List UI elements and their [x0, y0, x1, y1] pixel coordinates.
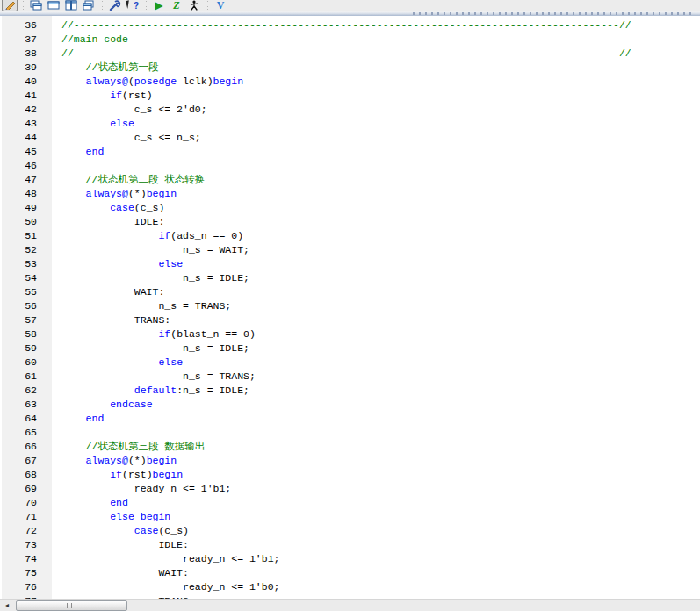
code-text[interactable]: if(rst)begin — [54, 468, 700, 482]
line-number[interactable]: 37 — [2, 32, 54, 47]
code-text[interactable]: n_s = TRANS; — [54, 370, 700, 384]
line-number[interactable]: 39 — [2, 61, 54, 75]
code-text[interactable]: c_s <= 2'd0; — [54, 103, 700, 117]
code-line[interactable]: 55 WAIT: — [0, 285, 700, 299]
arrange-windows-button[interactable] — [81, 0, 97, 11]
code-line[interactable]: 74 ready_n <= 1'b1; — [0, 552, 700, 566]
line-number[interactable]: 51 — [2, 229, 54, 243]
code-text[interactable]: if(ads_n == 0) — [54, 229, 700, 243]
verilog-tool-button[interactable]: V — [213, 0, 228, 11]
code-line[interactable]: 72 case(c_s) — [0, 524, 700, 538]
line-number[interactable]: 49 — [2, 201, 54, 215]
edit-tool-button[interactable] — [2, 0, 18, 11]
line-number[interactable]: 44 — [2, 131, 54, 145]
code-text[interactable]: always@(posedge lclk)begin — [54, 75, 700, 89]
code-line[interactable]: 48 always@(*)begin — [0, 187, 700, 201]
code-line[interactable]: 61 n_s = TRANS; — [0, 370, 700, 384]
line-number[interactable]: 60 — [2, 356, 54, 370]
code-line[interactable]: 54 n_s = IDLE; — [0, 271, 700, 285]
code-editor[interactable]: 36//------------------------------------… — [0, 16, 700, 599]
code-text[interactable]: endcase — [54, 398, 700, 412]
simulate-button[interactable]: Z — [169, 0, 184, 11]
code-line[interactable]: 69 ready_n <= 1'b1; — [0, 482, 700, 496]
code-text[interactable] — [54, 159, 700, 173]
tools-button[interactable] — [107, 0, 123, 11]
line-number[interactable]: 42 — [2, 103, 54, 117]
code-line[interactable]: 73 IDLE: — [0, 538, 700, 552]
code-line[interactable]: 70 end — [0, 496, 700, 510]
code-line[interactable]: 76 ready_n <= 1'b0; — [0, 580, 700, 594]
code-line[interactable]: 46 — [0, 159, 700, 173]
code-line[interactable]: 36//------------------------------------… — [0, 18, 700, 32]
code-text[interactable]: if(blast_n == 0) — [54, 327, 700, 341]
line-number[interactable]: 57 — [2, 313, 54, 327]
code-text[interactable]: else — [54, 257, 700, 271]
code-text[interactable]: case(c_s) — [54, 524, 700, 538]
line-number[interactable]: 74 — [2, 552, 54, 566]
code-text[interactable]: //--------------------------------------… — [54, 18, 700, 32]
line-number[interactable]: 48 — [2, 187, 54, 201]
code-line[interactable]: 38//------------------------------------… — [0, 47, 700, 61]
line-number[interactable]: 56 — [2, 299, 54, 313]
scrollbar-thumb[interactable] — [16, 600, 127, 611]
line-number[interactable]: 52 — [2, 243, 54, 257]
stop-button[interactable] — [186, 0, 202, 11]
line-number[interactable]: 47 — [2, 173, 54, 187]
code-line[interactable]: 60 else — [0, 356, 700, 370]
code-text[interactable]: end — [54, 496, 700, 510]
code-text[interactable]: IDLE: — [54, 538, 700, 552]
line-number[interactable]: 68 — [2, 468, 54, 482]
code-line[interactable]: 71 else begin — [0, 510, 700, 524]
context-help-button[interactable]: ? — [125, 0, 141, 11]
line-number[interactable]: 43 — [2, 117, 54, 131]
code-text[interactable]: ready_n <= 1'b1; — [54, 552, 700, 566]
tile-vertical-button[interactable] — [63, 0, 79, 11]
code-text[interactable]: n_s = IDLE; — [54, 341, 700, 356]
line-number[interactable]: 50 — [2, 215, 54, 229]
code-line[interactable]: 75 WAIT: — [0, 566, 700, 580]
code-line[interactable]: 64 end — [0, 412, 700, 426]
code-line[interactable]: 40 always@(posedge lclk)begin — [0, 75, 700, 89]
code-text[interactable]: default:n_s = IDLE; — [54, 384, 700, 398]
code-line[interactable]: 49 case(c_s) — [0, 201, 700, 215]
code-line[interactable]: 52 n_s = WAIT; — [0, 243, 700, 257]
line-number[interactable]: 65 — [2, 426, 54, 440]
code-text[interactable]: else — [54, 117, 700, 131]
line-number[interactable]: 72 — [2, 524, 54, 538]
line-number[interactable]: 53 — [2, 257, 54, 271]
code-line[interactable]: 39 //状态机第一段 — [0, 61, 700, 75]
code-text[interactable]: always@(*)begin — [54, 187, 700, 201]
run-button[interactable]: ▶ — [151, 0, 167, 11]
code-text[interactable]: //main code — [54, 32, 700, 47]
code-line[interactable]: 56 n_s = TRANS; — [0, 299, 700, 313]
code-line[interactable]: 67 always@(*)begin — [0, 454, 700, 468]
code-line[interactable]: 44 c_s <= n_s; — [0, 131, 700, 145]
code-line[interactable]: 68 if(rst)begin — [0, 468, 700, 482]
line-number[interactable]: 62 — [2, 384, 54, 398]
line-number[interactable]: 76 — [2, 580, 54, 594]
code-text[interactable]: n_s = TRANS; — [54, 299, 700, 313]
code-text[interactable]: ready_n <= 1'b0; — [54, 580, 700, 594]
code-text[interactable]: IDLE: — [54, 215, 700, 229]
code-text[interactable]: case(c_s) — [54, 201, 700, 215]
code-line[interactable]: 37//main code — [0, 32, 700, 47]
code-line[interactable]: 59 n_s = IDLE; — [0, 341, 700, 356]
code-text[interactable]: //状态机第一段 — [54, 61, 700, 75]
line-number[interactable]: 58 — [2, 327, 54, 341]
line-number[interactable]: 45 — [2, 145, 54, 159]
line-number[interactable]: 40 — [2, 75, 54, 89]
line-number[interactable]: 36 — [2, 18, 54, 32]
line-number[interactable]: 41 — [2, 89, 54, 103]
code-text[interactable]: WAIT: — [54, 285, 700, 299]
code-text[interactable]: if(rst) — [54, 89, 700, 103]
code-line[interactable]: 41 if(rst) — [0, 89, 700, 103]
code-line[interactable]: 51 if(ads_n == 0) — [0, 229, 700, 243]
tile-horizontal-button[interactable] — [46, 0, 61, 11]
line-number[interactable]: 55 — [2, 285, 54, 299]
code-line[interactable]: 62 default:n_s = IDLE; — [0, 384, 700, 398]
code-text[interactable]: end — [54, 145, 700, 159]
code-line[interactable]: 63 endcase — [0, 398, 700, 412]
line-number[interactable]: 70 — [2, 496, 54, 510]
line-number[interactable]: 75 — [2, 566, 54, 580]
line-number[interactable]: 61 — [2, 370, 54, 384]
